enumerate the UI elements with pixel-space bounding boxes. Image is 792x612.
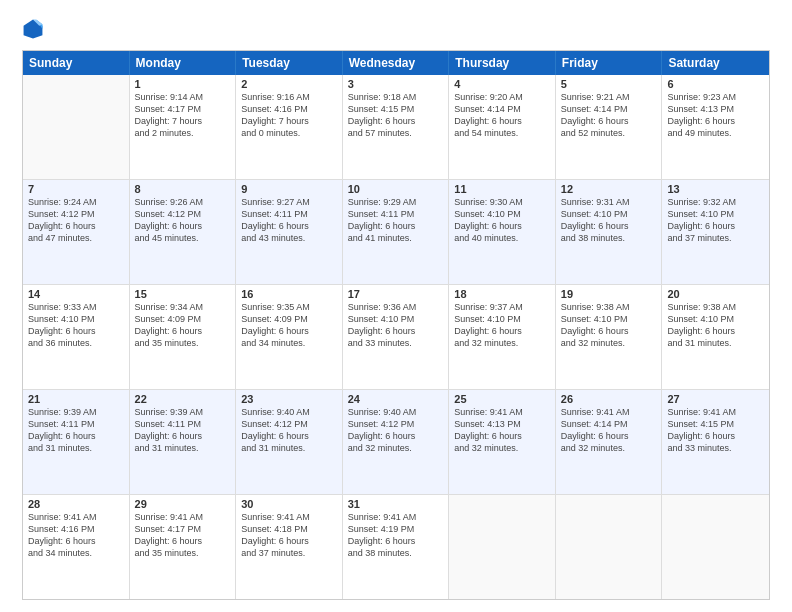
calendar-row: 1Sunrise: 9:14 AM Sunset: 4:17 PM Daylig… — [23, 75, 769, 180]
cell-info: Sunrise: 9:29 AM Sunset: 4:11 PM Dayligh… — [348, 196, 444, 245]
weekday-header: Sunday — [23, 51, 130, 75]
cell-info: Sunrise: 9:41 AM Sunset: 4:18 PM Dayligh… — [241, 511, 337, 560]
cell-info: Sunrise: 9:41 AM Sunset: 4:14 PM Dayligh… — [561, 406, 657, 455]
day-number: 16 — [241, 288, 337, 300]
day-number: 3 — [348, 78, 444, 90]
calendar-cell: 20Sunrise: 9:38 AM Sunset: 4:10 PM Dayli… — [662, 285, 769, 389]
weekday-header: Tuesday — [236, 51, 343, 75]
calendar-cell: 8Sunrise: 9:26 AM Sunset: 4:12 PM Daylig… — [130, 180, 237, 284]
cell-info: Sunrise: 9:40 AM Sunset: 4:12 PM Dayligh… — [348, 406, 444, 455]
calendar-cell: 30Sunrise: 9:41 AM Sunset: 4:18 PM Dayli… — [236, 495, 343, 599]
calendar-cell: 13Sunrise: 9:32 AM Sunset: 4:10 PM Dayli… — [662, 180, 769, 284]
cell-info: Sunrise: 9:39 AM Sunset: 4:11 PM Dayligh… — [28, 406, 124, 455]
cell-info: Sunrise: 9:31 AM Sunset: 4:10 PM Dayligh… — [561, 196, 657, 245]
calendar-cell: 10Sunrise: 9:29 AM Sunset: 4:11 PM Dayli… — [343, 180, 450, 284]
cell-info: Sunrise: 9:14 AM Sunset: 4:17 PM Dayligh… — [135, 91, 231, 140]
day-number: 20 — [667, 288, 764, 300]
day-number: 14 — [28, 288, 124, 300]
empty-cell — [23, 75, 130, 179]
day-number: 7 — [28, 183, 124, 195]
cell-info: Sunrise: 9:41 AM Sunset: 4:19 PM Dayligh… — [348, 511, 444, 560]
calendar-cell: 6Sunrise: 9:23 AM Sunset: 4:13 PM Daylig… — [662, 75, 769, 179]
cell-info: Sunrise: 9:41 AM Sunset: 4:13 PM Dayligh… — [454, 406, 550, 455]
day-number: 15 — [135, 288, 231, 300]
calendar-cell: 12Sunrise: 9:31 AM Sunset: 4:10 PM Dayli… — [556, 180, 663, 284]
page: SundayMondayTuesdayWednesdayThursdayFrid… — [0, 0, 792, 612]
day-number: 22 — [135, 393, 231, 405]
calendar-header: SundayMondayTuesdayWednesdayThursdayFrid… — [23, 51, 769, 75]
calendar-cell: 2Sunrise: 9:16 AM Sunset: 4:16 PM Daylig… — [236, 75, 343, 179]
cell-info: Sunrise: 9:41 AM Sunset: 4:16 PM Dayligh… — [28, 511, 124, 560]
day-number: 21 — [28, 393, 124, 405]
day-number: 6 — [667, 78, 764, 90]
weekday-header: Friday — [556, 51, 663, 75]
day-number: 9 — [241, 183, 337, 195]
calendar-cell: 15Sunrise: 9:34 AM Sunset: 4:09 PM Dayli… — [130, 285, 237, 389]
cell-info: Sunrise: 9:37 AM Sunset: 4:10 PM Dayligh… — [454, 301, 550, 350]
calendar-cell: 27Sunrise: 9:41 AM Sunset: 4:15 PM Dayli… — [662, 390, 769, 494]
calendar-cell: 29Sunrise: 9:41 AM Sunset: 4:17 PM Dayli… — [130, 495, 237, 599]
empty-cell — [449, 495, 556, 599]
day-number: 11 — [454, 183, 550, 195]
cell-info: Sunrise: 9:41 AM Sunset: 4:17 PM Dayligh… — [135, 511, 231, 560]
calendar-row: 14Sunrise: 9:33 AM Sunset: 4:10 PM Dayli… — [23, 285, 769, 390]
calendar-cell: 21Sunrise: 9:39 AM Sunset: 4:11 PM Dayli… — [23, 390, 130, 494]
cell-info: Sunrise: 9:38 AM Sunset: 4:10 PM Dayligh… — [561, 301, 657, 350]
day-number: 26 — [561, 393, 657, 405]
cell-info: Sunrise: 9:27 AM Sunset: 4:11 PM Dayligh… — [241, 196, 337, 245]
calendar-cell: 7Sunrise: 9:24 AM Sunset: 4:12 PM Daylig… — [23, 180, 130, 284]
day-number: 31 — [348, 498, 444, 510]
day-number: 28 — [28, 498, 124, 510]
day-number: 2 — [241, 78, 337, 90]
day-number: 29 — [135, 498, 231, 510]
cell-info: Sunrise: 9:38 AM Sunset: 4:10 PM Dayligh… — [667, 301, 764, 350]
day-number: 25 — [454, 393, 550, 405]
calendar-cell: 24Sunrise: 9:40 AM Sunset: 4:12 PM Dayli… — [343, 390, 450, 494]
calendar-row: 28Sunrise: 9:41 AM Sunset: 4:16 PM Dayli… — [23, 495, 769, 599]
weekday-header: Thursday — [449, 51, 556, 75]
day-number: 27 — [667, 393, 764, 405]
day-number: 4 — [454, 78, 550, 90]
calendar-cell: 3Sunrise: 9:18 AM Sunset: 4:15 PM Daylig… — [343, 75, 450, 179]
day-number: 13 — [667, 183, 764, 195]
cell-info: Sunrise: 9:41 AM Sunset: 4:15 PM Dayligh… — [667, 406, 764, 455]
calendar-cell: 5Sunrise: 9:21 AM Sunset: 4:14 PM Daylig… — [556, 75, 663, 179]
day-number: 30 — [241, 498, 337, 510]
cell-info: Sunrise: 9:20 AM Sunset: 4:14 PM Dayligh… — [454, 91, 550, 140]
weekday-header: Saturday — [662, 51, 769, 75]
calendar-cell: 26Sunrise: 9:41 AM Sunset: 4:14 PM Dayli… — [556, 390, 663, 494]
calendar-cell: 4Sunrise: 9:20 AM Sunset: 4:14 PM Daylig… — [449, 75, 556, 179]
cell-info: Sunrise: 9:39 AM Sunset: 4:11 PM Dayligh… — [135, 406, 231, 455]
calendar-cell: 9Sunrise: 9:27 AM Sunset: 4:11 PM Daylig… — [236, 180, 343, 284]
day-number: 1 — [135, 78, 231, 90]
calendar-cell: 28Sunrise: 9:41 AM Sunset: 4:16 PM Dayli… — [23, 495, 130, 599]
header — [22, 18, 770, 40]
calendar-cell: 19Sunrise: 9:38 AM Sunset: 4:10 PM Dayli… — [556, 285, 663, 389]
logo — [22, 18, 48, 40]
calendar-cell: 23Sunrise: 9:40 AM Sunset: 4:12 PM Dayli… — [236, 390, 343, 494]
empty-cell — [662, 495, 769, 599]
calendar-body: 1Sunrise: 9:14 AM Sunset: 4:17 PM Daylig… — [23, 75, 769, 599]
cell-info: Sunrise: 9:26 AM Sunset: 4:12 PM Dayligh… — [135, 196, 231, 245]
cell-info: Sunrise: 9:21 AM Sunset: 4:14 PM Dayligh… — [561, 91, 657, 140]
calendar-row: 21Sunrise: 9:39 AM Sunset: 4:11 PM Dayli… — [23, 390, 769, 495]
cell-info: Sunrise: 9:24 AM Sunset: 4:12 PM Dayligh… — [28, 196, 124, 245]
calendar-cell: 16Sunrise: 9:35 AM Sunset: 4:09 PM Dayli… — [236, 285, 343, 389]
empty-cell — [556, 495, 663, 599]
calendar-cell: 11Sunrise: 9:30 AM Sunset: 4:10 PM Dayli… — [449, 180, 556, 284]
calendar-cell: 31Sunrise: 9:41 AM Sunset: 4:19 PM Dayli… — [343, 495, 450, 599]
weekday-header: Monday — [130, 51, 237, 75]
cell-info: Sunrise: 9:16 AM Sunset: 4:16 PM Dayligh… — [241, 91, 337, 140]
calendar-row: 7Sunrise: 9:24 AM Sunset: 4:12 PM Daylig… — [23, 180, 769, 285]
day-number: 5 — [561, 78, 657, 90]
cell-info: Sunrise: 9:23 AM Sunset: 4:13 PM Dayligh… — [667, 91, 764, 140]
calendar-cell: 17Sunrise: 9:36 AM Sunset: 4:10 PM Dayli… — [343, 285, 450, 389]
calendar-cell: 14Sunrise: 9:33 AM Sunset: 4:10 PM Dayli… — [23, 285, 130, 389]
logo-icon — [22, 18, 44, 40]
day-number: 17 — [348, 288, 444, 300]
calendar: SundayMondayTuesdayWednesdayThursdayFrid… — [22, 50, 770, 600]
day-number: 18 — [454, 288, 550, 300]
cell-info: Sunrise: 9:33 AM Sunset: 4:10 PM Dayligh… — [28, 301, 124, 350]
calendar-cell: 1Sunrise: 9:14 AM Sunset: 4:17 PM Daylig… — [130, 75, 237, 179]
calendar-cell: 25Sunrise: 9:41 AM Sunset: 4:13 PM Dayli… — [449, 390, 556, 494]
